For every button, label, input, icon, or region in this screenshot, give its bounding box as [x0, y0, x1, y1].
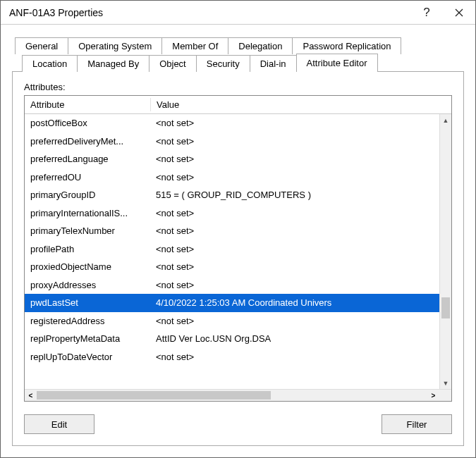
cell-attribute: primaryGroupID: [25, 190, 150, 200]
tab-location[interactable]: Location: [22, 55, 78, 72]
tab-attribute-editor[interactable]: Attribute Editor: [296, 54, 378, 72]
tab-delegation[interactable]: Delegation: [228, 37, 293, 54]
cell-attribute: postOfficeBox: [25, 118, 150, 128]
table-row[interactable]: replUpToDateVector<not set>: [25, 348, 451, 366]
scroll-right-icon[interactable]: >: [427, 390, 439, 402]
window-title: ANF-01A3 Properties: [9, 7, 410, 18]
table-row[interactable]: proxiedObjectName<not set>: [25, 258, 451, 276]
cell-attribute: proxiedObjectName: [25, 261, 150, 272]
cell-value: <not set>: [150, 208, 451, 218]
cell-value: <not set>: [150, 225, 451, 236]
close-icon: [455, 8, 463, 17]
horizontal-scroll-track[interactable]: [37, 390, 427, 401]
titlebar: ANF-01A3 Properties ?: [1, 1, 475, 25]
attributes-label: Attributes:: [24, 82, 452, 92]
list-rows: postOfficeBox<not set>preferredDeliveryM…: [25, 114, 451, 366]
table-row[interactable]: pwdLastSet4/10/2022 1:25:03 AM Coordinat…: [25, 294, 451, 312]
cell-attribute: preferredLanguage: [25, 154, 150, 164]
table-row[interactable]: proxyAddresses<not set>: [25, 276, 451, 295]
cell-attribute: pwdLastSet: [25, 297, 150, 308]
table-row[interactable]: preferredLanguage<not set>: [25, 150, 451, 168]
cell-attribute: replUpToDateVector: [25, 352, 150, 362]
cell-value: <not set>: [150, 136, 451, 147]
cell-attribute: preferredOU: [25, 172, 150, 182]
close-button[interactable]: [443, 1, 475, 25]
column-header-attribute[interactable]: Attribute: [25, 96, 150, 113]
cell-value: <not set>: [150, 172, 451, 182]
table-row[interactable]: profilePath<not set>: [25, 240, 451, 259]
table-row[interactable]: registeredAddress<not set>: [25, 312, 451, 330]
cell-attribute: registeredAddress: [25, 316, 150, 326]
tab-password-replication[interactable]: Password Replication: [292, 37, 401, 54]
edit-button[interactable]: Edit: [24, 414, 94, 434]
horizontal-scrollbar[interactable]: < >: [25, 389, 451, 401]
table-row[interactable]: replPropertyMetaData AttID Ver Loc.USN O…: [25, 330, 451, 348]
cell-attribute: profilePath: [25, 244, 150, 254]
tab-member-of[interactable]: Member Of: [161, 37, 228, 54]
dialog-content: GeneralOperating SystemMember OfDelegati…: [1, 25, 475, 457]
tab-general[interactable]: General: [15, 37, 68, 54]
cell-attribute: preferredDeliveryMet...: [25, 136, 150, 147]
table-row[interactable]: preferredDeliveryMet...<not set>: [25, 132, 451, 151]
tab-operating-system[interactable]: Operating System: [68, 37, 162, 54]
column-header-value[interactable]: Value: [151, 96, 439, 113]
button-row: Edit Filter: [24, 414, 452, 434]
attributes-listbox[interactable]: Attribute Value postOfficeBox<not set>pr…: [24, 95, 452, 402]
cell-value: 515 = ( GROUP_RID_COMPUTERS ): [150, 190, 451, 200]
cell-value: <not set>: [150, 244, 451, 254]
cell-attribute: primaryInternationalIS...: [25, 208, 150, 218]
cell-value: 4/10/2022 1:25:03 AM Coordinated Univers: [150, 297, 451, 308]
help-button[interactable]: ?: [410, 1, 443, 25]
header-scroll-spacer: [439, 96, 451, 113]
tab-object[interactable]: Object: [149, 55, 197, 72]
cell-attribute: proxyAddresses: [25, 280, 150, 290]
vertical-scroll-thumb[interactable]: [441, 297, 450, 318]
filter-button[interactable]: Filter: [382, 414, 452, 434]
list-header: Attribute Value: [25, 96, 451, 114]
tab-panel-attribute-editor: Attributes: Attribute Value postOfficeBo…: [12, 71, 464, 446]
table-row[interactable]: primaryGroupID515 = ( GROUP_RID_COMPUTER…: [25, 186, 451, 204]
table-row[interactable]: primaryInternationalIS...<not set>: [25, 204, 451, 223]
tab-strip: GeneralOperating SystemMember OfDelegati…: [12, 37, 464, 72]
tab-security[interactable]: Security: [196, 55, 250, 72]
cell-attribute: replPropertyMetaData: [25, 333, 150, 344]
tab-managed-by[interactable]: Managed By: [77, 55, 149, 72]
cell-value: <not set>: [150, 280, 451, 290]
table-row[interactable]: primaryTelexNumber<not set>: [25, 222, 451, 240]
scroll-down-icon[interactable]: ▼: [440, 377, 451, 389]
tab-dial-in[interactable]: Dial-in: [250, 55, 297, 72]
cell-value: <not set>: [150, 154, 451, 164]
table-row[interactable]: preferredOU<not set>: [25, 168, 451, 187]
horizontal-scroll-thumb[interactable]: [37, 391, 271, 400]
cell-value: <not set>: [150, 261, 451, 272]
table-row[interactable]: postOfficeBox<not set>: [25, 114, 451, 132]
cell-value: <not set>: [150, 352, 451, 362]
cell-value: <not set>: [150, 118, 451, 128]
cell-value: <not set>: [150, 316, 451, 326]
cell-value: AttID Ver Loc.USN Org.DSA: [150, 333, 451, 344]
scroll-left-icon[interactable]: <: [25, 390, 37, 402]
vertical-scrollbar[interactable]: ▲ ▼: [439, 114, 451, 389]
cell-attribute: primaryTelexNumber: [25, 225, 150, 236]
properties-dialog: ANF-01A3 Properties ? GeneralOperating S…: [0, 0, 476, 458]
scroll-up-icon[interactable]: ▲: [440, 114, 451, 126]
list-body: postOfficeBox<not set>preferredDeliveryM…: [25, 114, 451, 389]
